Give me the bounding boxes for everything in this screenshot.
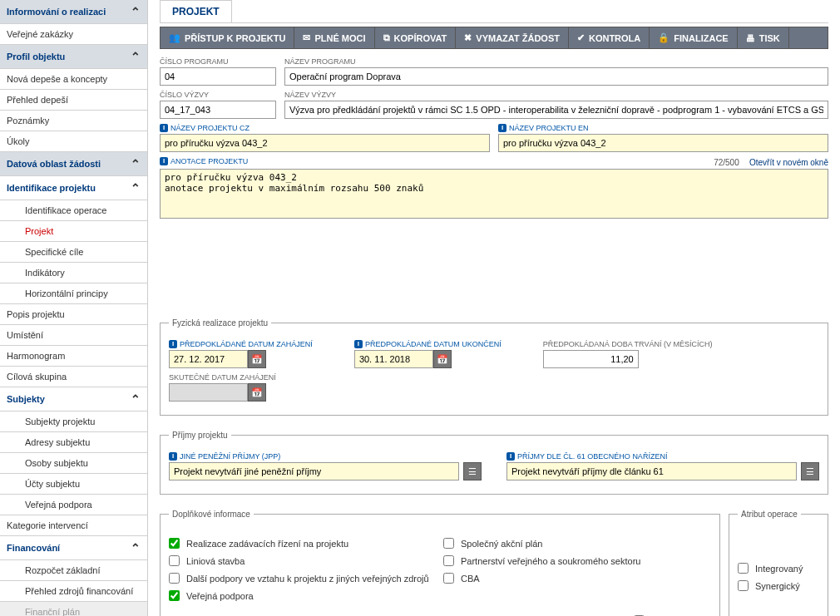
legend-attr: Atribut operace xyxy=(738,510,801,519)
input-prog-name[interactable] xyxy=(284,67,828,86)
info-icon: i xyxy=(498,124,506,132)
sidebar-item-depese[interactable]: Nová depeše a koncepty xyxy=(0,69,147,90)
fieldset-attr: Atribut operace Integrovaný Synergický xyxy=(729,510,828,616)
label-real-start: SKUTEČNÉ DATUM ZAHÁJENÍ xyxy=(169,373,276,382)
sidebar-item-kategorie[interactable]: Kategorie intervencí xyxy=(0,515,147,536)
sidebar: Informování o realizaci⌃ Veřejné zakázky… xyxy=(0,0,148,616)
sidebar-item-indikatory[interactable]: Indikátory xyxy=(0,263,147,283)
sidebar-item-cile[interactable]: Specifické cíle xyxy=(0,242,147,263)
label-jpp: iJINÉ PENĚŽNÍ PŘÍJMY (JPP) xyxy=(169,452,482,461)
sidebar-item-subjproj[interactable]: Subjekty projektu xyxy=(0,411,147,432)
input-call-name[interactable] xyxy=(284,101,828,119)
sidebar-item-osoby[interactable]: Osoby subjektu xyxy=(0,453,147,474)
sidebar-item-ucty[interactable]: Účty subjektu xyxy=(0,474,147,495)
char-counter: 72/500 xyxy=(714,158,739,167)
sidebar-item-horizontalni[interactable]: Horizontální principy xyxy=(0,283,147,304)
sidebar-item-adresy[interactable]: Adresy subjektu xyxy=(0,432,147,453)
sidebar-item-zakazky[interactable]: Veřejné zakázky xyxy=(0,24,147,45)
input-prog-num[interactable] xyxy=(160,67,276,86)
label-prog-name: NÁZEV PROGRAMU xyxy=(284,57,828,66)
legend-supp: Doplňkové informace xyxy=(169,510,254,519)
sidebar-header-profil[interactable]: Profil objektu⌃ xyxy=(0,45,147,69)
input-jpp[interactable] xyxy=(169,462,459,480)
toolbar-plnemoci[interactable]: ✉PLNÉ MOCI xyxy=(294,27,374,48)
main-content: PROJEKT 👥PŘÍSTUP K PROJEKTU ✉PLNÉ MOCI ⧉… xyxy=(148,0,840,616)
label-date-end: iPŘEDPOKLÁDANÉ DATUM UKONČENÍ xyxy=(354,340,502,348)
tab-row: PROJEKT xyxy=(160,0,828,23)
checkbox-dalsi[interactable] xyxy=(169,573,180,584)
checkbox-partnerstvi[interactable] xyxy=(443,555,454,566)
label-cl61: iPŘÍJMY DLE ČL. 61 OBECNÉHO NAŘÍZENÍ xyxy=(506,452,819,461)
sidebar-header-datova[interactable]: Datová oblast žádosti⌃ xyxy=(0,152,147,176)
sidebar-item-prehled[interactable]: Přehled depeší xyxy=(0,90,147,111)
checkbox-integrovany[interactable] xyxy=(738,563,749,574)
tab-projekt[interactable]: PROJEKT xyxy=(160,0,232,22)
open-new-window-link[interactable]: Otevřít v novém okně xyxy=(749,158,828,167)
select-icon[interactable]: ☰ xyxy=(463,462,482,480)
sidebar-item-poznamky[interactable]: Poznámky xyxy=(0,111,147,131)
input-call-num[interactable] xyxy=(160,101,276,119)
chevron-up-icon: ⌃ xyxy=(131,50,141,63)
sidebar-item-ukoly[interactable]: Úkoly xyxy=(0,131,147,152)
checkbox-liniova[interactable] xyxy=(169,555,180,566)
calendar-icon[interactable]: 📅 xyxy=(248,350,266,368)
sidebar-item-harmonogram[interactable]: Harmonogram xyxy=(0,346,147,367)
sidebar-item-rozpocet[interactable]: Rozpočet základní xyxy=(0,560,147,581)
sidebar-item-umisteni[interactable]: Umístění xyxy=(0,325,147,346)
toolbar-kopirovat[interactable]: ⧉KOPÍROVAT xyxy=(375,27,457,48)
input-date-start[interactable] xyxy=(169,350,248,368)
input-real-start[interactable] xyxy=(169,383,248,402)
sidebar-item-idoperace[interactable]: Identifikace operace xyxy=(0,200,147,221)
info-icon: i xyxy=(506,452,515,461)
sidebar-header-realizace[interactable]: Informování o realizaci⌃ xyxy=(0,0,147,24)
info-icon: i xyxy=(160,157,168,165)
checkbox-spolecny[interactable] xyxy=(443,538,454,549)
checkbox-verejna[interactable] xyxy=(169,590,180,601)
input-proj-en[interactable] xyxy=(498,134,828,152)
sidebar-header-financovani[interactable]: Financování⌃ xyxy=(0,536,147,560)
check-icon: ✔ xyxy=(577,32,585,43)
chevron-up-icon: ⌃ xyxy=(131,5,141,18)
textarea-anno[interactable] xyxy=(160,169,828,219)
calendar-icon[interactable]: 📅 xyxy=(248,383,266,402)
label-call-name: NÁZEV VÝZVY xyxy=(284,91,828,99)
mail-icon: ✉ xyxy=(303,32,310,43)
sidebar-item-finplan[interactable]: Finanční plán xyxy=(0,602,147,616)
info-icon: i xyxy=(169,452,177,461)
input-cl61[interactable] xyxy=(506,462,797,480)
toolbar-kontrola[interactable]: ✔KONTROLA xyxy=(569,27,650,48)
sidebar-item-verejna[interactable]: Veřejná podpora xyxy=(0,495,147,515)
toolbar-tisk[interactable]: 🖶TISK xyxy=(738,27,789,48)
toolbar-pristup[interactable]: 👥PŘÍSTUP K PROJEKTU xyxy=(161,27,294,48)
sidebar-header-subjekty[interactable]: Subjekty⌃ xyxy=(0,387,147,411)
calendar-icon[interactable]: 📅 xyxy=(433,350,452,368)
label-prog-num: ČÍSLO PROGRAMU xyxy=(160,57,276,66)
sidebar-item-cilova[interactable]: Cílová skupina xyxy=(0,367,147,387)
select-icon[interactable]: ☰ xyxy=(801,462,819,480)
label-c3: Další podpory ve vztahu k projektu z jin… xyxy=(186,574,429,584)
sidebar-item-zdroje[interactable]: Přehled zdrojů financování xyxy=(0,581,147,602)
checkbox-cba[interactable] xyxy=(443,573,454,584)
label-call-num: ČÍSLO VÝZVY xyxy=(160,91,276,99)
label-anno: iANOTACE PROJEKTU xyxy=(160,157,248,165)
info-icon: i xyxy=(354,340,363,348)
input-proj-cz[interactable] xyxy=(160,134,490,152)
label-c1: Realizace zadávacích řízení na projektu xyxy=(186,539,348,549)
checkbox-realizace[interactable] xyxy=(169,538,180,549)
sidebar-header-identifikace[interactable]: Identifikace projektu⌃ xyxy=(0,176,147,200)
input-date-end[interactable] xyxy=(354,350,433,368)
chevron-up-icon: ⌃ xyxy=(131,157,141,170)
chevron-up-icon: ⌃ xyxy=(131,541,141,554)
fieldset-income: Příjmy projektu iJINÉ PENĚŽNÍ PŘÍJMY (JP… xyxy=(160,431,828,495)
checkbox-synergicky[interactable] xyxy=(738,580,749,591)
sidebar-item-popis[interactable]: Popis projektu xyxy=(0,304,147,325)
label-date-start: iPŘEDPOKLÁDANÉ DATUM ZAHÁJENÍ xyxy=(169,340,313,348)
fieldset-phys: Fyzická realizace projektu iPŘEDPOKLÁDAN… xyxy=(160,318,828,416)
label-a1: Integrovaný xyxy=(755,564,803,574)
input-duration[interactable] xyxy=(543,350,639,368)
sidebar-item-projekt[interactable]: Projekt xyxy=(0,221,147,242)
legend-income: Příjmy projektu xyxy=(169,431,231,440)
toolbar-finalizace[interactable]: 🔒FINALIZACE xyxy=(650,27,737,48)
delete-icon: ✖ xyxy=(464,32,472,43)
toolbar-vymazat[interactable]: ✖VYMAZAT ŽÁDOST xyxy=(456,27,569,48)
